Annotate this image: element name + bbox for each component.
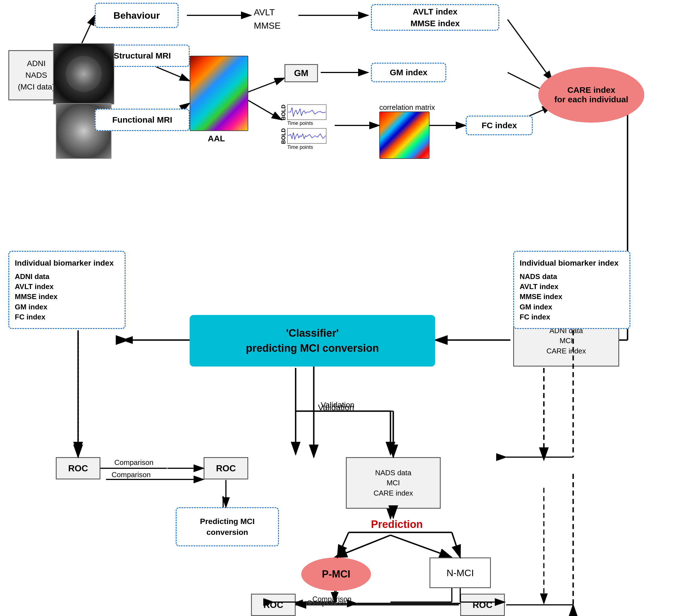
behaviour-box: Behaviour bbox=[95, 3, 178, 28]
comparison2-label: Comparison bbox=[307, 599, 346, 607]
roc2-box: ROC bbox=[204, 457, 248, 479]
aal-label: AAL bbox=[208, 134, 225, 143]
classifier-box: 'Classifier' predicting MCI conversion bbox=[190, 315, 435, 367]
time-points-label-2: Time points bbox=[287, 145, 313, 150]
fc-index-nads-item: FC index bbox=[520, 312, 550, 322]
svg-line-5 bbox=[156, 67, 190, 81]
svg-line-7 bbox=[248, 78, 284, 92]
individual-biomarker-adni-box: Individual biomarker index ADNI data AVL… bbox=[8, 251, 126, 329]
avlt-index-box: AVLT index MMSE index bbox=[371, 4, 499, 31]
nads-data-label: NADS data MCI CARE index bbox=[373, 468, 413, 498]
individual-biomarker-nads-box: Individual biomarker index NADS data AVL… bbox=[513, 251, 630, 329]
adni-data-item: ADNI data bbox=[15, 271, 49, 282]
diagram-container: ROC4 --> ADNI NADS (MCI data) Behaviour … bbox=[0, 0, 685, 616]
functional-mri-label: Functional MRI bbox=[112, 115, 172, 125]
adni-nads-label: ADNI NADS (MCI data) bbox=[18, 58, 55, 93]
nmci-box: N-MCI bbox=[429, 557, 491, 588]
predicting-mci-box: Predicting MCI conversion bbox=[176, 507, 279, 546]
svg-text:Comparison: Comparison bbox=[114, 458, 153, 467]
roc1-box: ROC bbox=[56, 457, 101, 479]
corr-matrix-label: correlation matrix bbox=[379, 103, 435, 112]
individual-biomarker-nads-title: Individual biomarker index bbox=[520, 258, 619, 268]
svg-line-27 bbox=[390, 535, 452, 557]
roc3-box: ROC bbox=[251, 594, 296, 616]
pmci-ellipse: P-MCI bbox=[301, 557, 371, 591]
nads-data-box: NADS data MCI CARE index bbox=[346, 457, 441, 509]
prediction-label: Prediction bbox=[371, 519, 423, 530]
time-points-label-1: Time points bbox=[287, 120, 313, 126]
gm-index-box: GM index bbox=[371, 63, 446, 82]
svg-line-12 bbox=[508, 20, 552, 81]
comparison1-label: Comparison bbox=[111, 470, 151, 479]
avlt-mmse-label: AVLT MMSE bbox=[254, 5, 281, 32]
gm-index-item: GM index bbox=[15, 302, 47, 312]
mmse-index-item: MMSE index bbox=[15, 291, 58, 302]
roc4-box: ROC bbox=[460, 594, 505, 616]
avlt-index-nads-item: AVLT index bbox=[520, 282, 558, 291]
adni-mci-data-label: ADNI data MCI CARE index bbox=[547, 326, 586, 356]
nads-data-item: NADS data bbox=[520, 271, 557, 282]
functional-mri-box: Functional MRI bbox=[95, 109, 190, 131]
gm-index-nads-item: GM index bbox=[520, 302, 552, 312]
individual-biomarker-adni-title: Individual biomarker index bbox=[15, 258, 114, 268]
aal-atlas-image bbox=[190, 56, 248, 131]
bold-signal-2 bbox=[287, 128, 326, 144]
svg-line-26 bbox=[335, 535, 390, 557]
gm-box: GM bbox=[284, 64, 318, 82]
care-index-ellipse: CARE index for each individual bbox=[538, 67, 644, 123]
fc-index-box: FC index bbox=[466, 116, 533, 135]
svg-line-9 bbox=[248, 100, 282, 120]
bold-label-2: BOLD bbox=[280, 128, 287, 144]
bold-signal-1 bbox=[287, 105, 326, 120]
svg-line-54 bbox=[452, 532, 460, 557]
avlt-index-item: AVLT index bbox=[15, 282, 53, 291]
behaviour-label: Behaviour bbox=[113, 10, 160, 21]
svg-line-53 bbox=[338, 532, 349, 557]
structural-mri-label: Structural MRI bbox=[113, 51, 171, 61]
mmse-index-nads-item: MMSE index bbox=[520, 291, 562, 302]
validation-label: Validation bbox=[318, 403, 354, 412]
structural-mri-image bbox=[53, 43, 114, 105]
corr-matrix-image bbox=[379, 111, 429, 159]
bold-label-1: BOLD bbox=[280, 105, 287, 120]
fc-index-item: FC index bbox=[15, 312, 45, 322]
